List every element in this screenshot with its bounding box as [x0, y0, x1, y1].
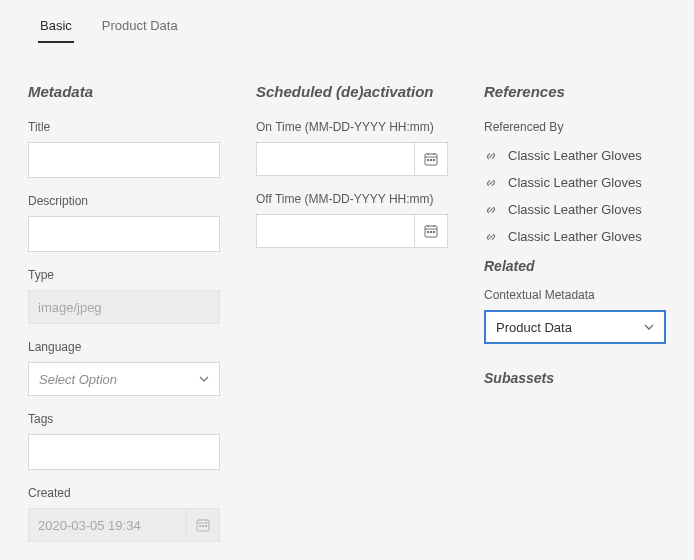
content-columns: Metadata Title Description Type Language…	[0, 43, 694, 558]
metadata-column: Metadata Title Description Type Language…	[28, 83, 220, 558]
language-label: Language	[28, 340, 220, 354]
contextual-metadata-select[interactable]: Product Data	[484, 310, 666, 344]
tags-input[interactable]	[28, 434, 220, 470]
calendar-icon	[423, 151, 439, 167]
svg-rect-4	[199, 525, 201, 527]
created-label: Created	[28, 486, 220, 500]
tags-label: Tags	[28, 412, 220, 426]
link-icon	[484, 149, 498, 163]
references-column: References Referenced By Classic Leather…	[484, 83, 666, 558]
reference-item-label: Classic Leather Gloves	[508, 175, 642, 190]
title-label: Title	[28, 120, 220, 134]
svg-rect-20	[433, 231, 435, 233]
reference-item-label: Classic Leather Gloves	[508, 229, 642, 244]
reference-item[interactable]: Classic Leather Gloves	[484, 148, 666, 163]
language-select[interactable]: Select Option	[28, 362, 220, 396]
tabs: Basic Product Data	[0, 0, 694, 43]
svg-rect-5	[202, 525, 204, 527]
related-heading: Related	[484, 258, 666, 274]
reference-item-label: Classic Leather Gloves	[508, 148, 642, 163]
scheduled-column: Scheduled (de)activation On Time (MM-DD-…	[256, 83, 448, 558]
svg-rect-6	[205, 525, 207, 527]
tab-basic[interactable]: Basic	[40, 10, 72, 43]
description-label: Description	[28, 194, 220, 208]
type-input	[28, 290, 220, 324]
calendar-icon	[195, 517, 211, 533]
on-time-label: On Time (MM-DD-YYYY HH:mm)	[256, 120, 448, 134]
link-icon	[484, 203, 498, 217]
link-icon	[484, 176, 498, 190]
svg-rect-19	[430, 231, 432, 233]
language-placeholder: Select Option	[39, 372, 117, 387]
calendar-icon	[423, 223, 439, 239]
svg-rect-13	[433, 159, 435, 161]
contextual-metadata-label: Contextual Metadata	[484, 288, 666, 302]
metadata-heading: Metadata	[28, 83, 220, 100]
svg-rect-18	[427, 231, 429, 233]
description-input[interactable]	[28, 216, 220, 252]
created-calendar-button	[186, 508, 220, 542]
reference-item[interactable]: Classic Leather Gloves	[484, 202, 666, 217]
reference-item-label: Classic Leather Gloves	[508, 202, 642, 217]
contextual-metadata-value: Product Data	[496, 320, 572, 335]
referenced-by-label: Referenced By	[484, 120, 666, 134]
references-heading: References	[484, 83, 666, 100]
on-time-input[interactable]	[256, 142, 414, 176]
svg-rect-11	[427, 159, 429, 161]
tab-product-data[interactable]: Product Data	[102, 10, 178, 43]
reference-item[interactable]: Classic Leather Gloves	[484, 229, 666, 244]
chevron-down-icon	[644, 320, 654, 335]
reference-list: Classic Leather GlovesClassic Leather Gl…	[484, 148, 666, 244]
off-time-label: Off Time (MM-DD-YYYY HH:mm)	[256, 192, 448, 206]
title-input[interactable]	[28, 142, 220, 178]
link-icon	[484, 230, 498, 244]
on-time-calendar-button[interactable]	[414, 142, 448, 176]
subassets-heading: Subassets	[484, 370, 666, 386]
svg-rect-12	[430, 159, 432, 161]
off-time-calendar-button[interactable]	[414, 214, 448, 248]
scheduled-heading: Scheduled (de)activation	[256, 83, 448, 100]
created-input	[28, 508, 186, 542]
reference-item[interactable]: Classic Leather Gloves	[484, 175, 666, 190]
type-label: Type	[28, 268, 220, 282]
chevron-down-icon	[199, 372, 209, 387]
off-time-input[interactable]	[256, 214, 414, 248]
